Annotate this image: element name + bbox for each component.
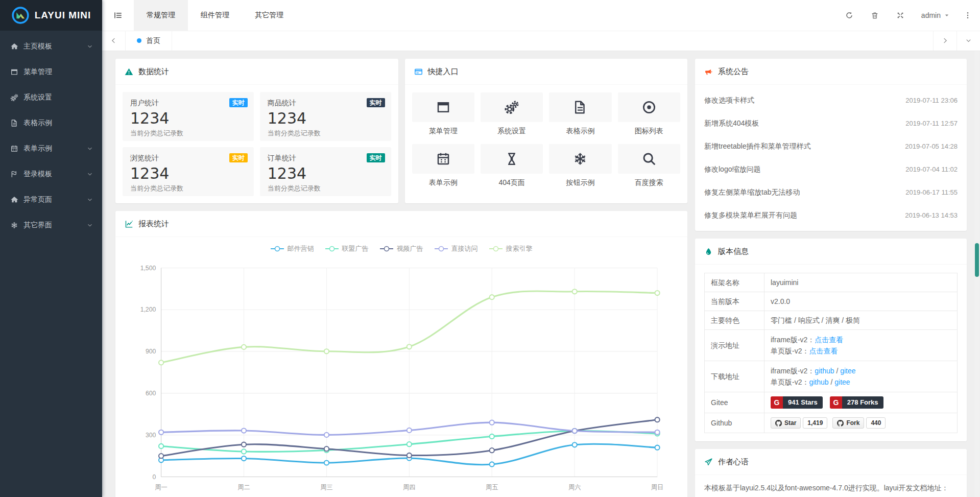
shortcut-2[interactable]: 表格示例 [549,92,611,136]
shortcuts-grid: 菜单管理系统设置表格示例图标列表表单示例404页面按钮示例百度搜索 [405,85,688,195]
tab-0[interactable]: 首页 [126,31,172,51]
legend-item-视频广告[interactable]: 视频广告 [380,244,423,253]
announcement-title: 修复左侧菜单缩放tab无法移动 [704,188,800,197]
announcement-item-1[interactable]: 新增系统404模板2019-07-11 12:57 [704,112,958,135]
header-tab-0[interactable]: 常规管理 [134,0,188,31]
announcement-date: 2019-07-04 11:02 [905,165,958,173]
legend-item-搜索引擎[interactable]: 搜索引擎 [489,244,533,253]
announcement-item-4[interactable]: 修复左侧菜单缩放tab无法移动2019-06-17 11:55 [704,181,958,204]
github-star-count[interactable]: 1,419 [803,417,827,429]
version-link-line: 单页版-v2：github / gitee [771,376,951,388]
shortcut-4[interactable]: 表单示例 [412,144,474,187]
sidebar-item-0[interactable]: 主页模板 [0,34,102,59]
sidebar-menu: 主页模板菜单管理系统设置表格示例表单示例登录模板异常页面其它界面 [0,31,102,238]
link-点击查看[interactable]: 点击查看 [815,336,843,344]
shortcut-icon-box [549,92,611,122]
sidebar-item-5[interactable]: 登录模板 [0,161,102,187]
tab-scroll-left-button[interactable] [102,31,126,51]
shortcut-0[interactable]: 菜单管理 [412,92,474,136]
stat-badge: 实时 [229,153,248,162]
announcement-item-3[interactable]: 修改logo缩放问题2019-07-04 11:02 [704,158,958,181]
chevron-down-icon [87,222,93,228]
stat-caption: 当前分类总记录数 [130,129,246,138]
header-tab-1[interactable]: 组件管理 [188,0,242,31]
gitee-badge-text: 941 Stars [783,396,823,409]
refresh-button[interactable] [836,0,862,31]
shortcut-7[interactable]: 百度搜索 [618,144,680,187]
link-gitee[interactable]: gitee [840,367,855,375]
version-row-label: 主要特色 [705,311,764,330]
shortcut-1[interactable]: 系统设置 [481,92,543,136]
announcement-item-0[interactable]: 修改选项卡样式2019-07-11 23:06 [704,89,958,112]
github-fork-count[interactable]: 440 [866,417,886,429]
more-menu-button[interactable] [958,0,978,31]
svg-text:1,200: 1,200 [140,306,156,313]
sidebar-item-6[interactable]: 异常页面 [0,187,102,212]
version-card-title: 版本信息 [718,247,749,256]
link-github[interactable]: github [815,367,834,375]
scrollbar-track[interactable] [974,51,979,497]
link-点击查看[interactable]: 点击查看 [809,347,838,355]
tab-operations-button[interactable] [957,31,980,51]
shortcut-label: 按钮示例 [549,178,611,187]
window-icon [10,68,18,76]
hourglass-icon [504,151,519,167]
svg-text:周四: 周四 [403,484,416,491]
gitee-badge[interactable]: G278 Forks [830,396,883,409]
clear-cache-button[interactable] [862,0,888,31]
version-table: 框架名称layuimini当前版本v2.0.0主要特色零门槛 / 响应式 / 清… [704,273,958,433]
scrollbar-thumb[interactable] [975,243,979,277]
version-row-value: 零门槛 / 响应式 / 清爽 / 极简 [764,311,958,330]
version-row-1: 当前版本v2.0.0 [705,292,958,311]
github-button-label: Star [784,418,796,428]
shortcut-icon-box [618,144,680,174]
link-github[interactable]: github [809,378,828,386]
link-prefix: iframe版-v2： [771,336,815,344]
author-body: 本模板基于layui2.5.4以及font-awesome-4.7.0进行实现。… [695,475,967,497]
sidebar-item-7[interactable]: 其它界面 [0,212,102,238]
header-tab-2[interactable]: 其它管理 [242,0,296,31]
legend-item-联盟广告[interactable]: 联盟广告 [325,244,369,253]
announcement-title: 修改选项卡样式 [704,96,754,105]
calendar-icon [436,151,451,167]
github-fork-button[interactable]: Fork [832,417,864,429]
shortcut-5[interactable]: 404页面 [481,144,543,187]
tab-label: 首页 [146,36,160,45]
shortcut-label: 404页面 [481,178,543,187]
user-menu[interactable]: admin [913,0,958,31]
legend-item-邮件营销[interactable]: 邮件营销 [271,244,314,253]
stats-grid: 用户统计实时1234当前分类总记录数商品统计实时1234当前分类总记录数浏览统计… [115,85,398,203]
svg-text:周五: 周五 [486,484,498,491]
author-card-title: 作者心语 [718,457,749,467]
legend-item-直接访问[interactable]: 直接访问 [435,244,478,253]
shortcut-6[interactable]: 按钮示例 [549,144,611,187]
link-gitee[interactable]: gitee [834,378,850,386]
shortcut-3[interactable]: 图标列表 [618,92,680,136]
gitee-badge[interactable]: G941 Stars [771,396,823,409]
tabbar-spacer [172,31,933,51]
link-separator: / [829,378,835,386]
version-row-value: iframe版-v2：点击查看单页版-v2：点击查看 [764,330,958,361]
sidebar-item-4[interactable]: 表单示例 [0,136,102,161]
sidebar-item-1[interactable]: 菜单管理 [0,59,102,85]
report-body: 邮件营销联盟广告视频广告直接访问搜索引擎 03006009001,2001,50… [115,237,687,497]
chevron-down-icon [87,171,93,177]
app-logo[interactable]: LAYUI MINI [0,0,102,31]
announcement-item-2[interactable]: 新增treetable插件和菜单管理样式2019-07-05 14:28 [704,135,958,158]
sidebar-item-2[interactable]: 系统设置 [0,85,102,110]
menu-toggle-button[interactable] [102,0,134,31]
announcement-date: 2019-07-11 23:06 [905,97,958,104]
tab-scroll-right-button[interactable] [933,31,957,51]
stat-value: 1234 [130,109,246,127]
announcement-title: 修复多模块菜单栏展开有问题 [704,211,797,220]
sidebar-item-3[interactable]: 表格示例 [0,110,102,136]
chevron-left-icon [110,37,117,44]
snowflake-icon [572,151,588,167]
stat-label: 商品统计 [268,99,384,108]
github-star-button[interactable]: Star [771,417,801,429]
shortcut-icon-box [481,92,543,122]
announcement-item-5[interactable]: 修复多模块菜单栏展开有问题2019-06-13 14:53 [704,204,958,227]
fullscreen-button[interactable] [888,0,913,31]
svg-text:周六: 周六 [568,484,581,491]
legend-label: 邮件营销 [288,244,314,253]
